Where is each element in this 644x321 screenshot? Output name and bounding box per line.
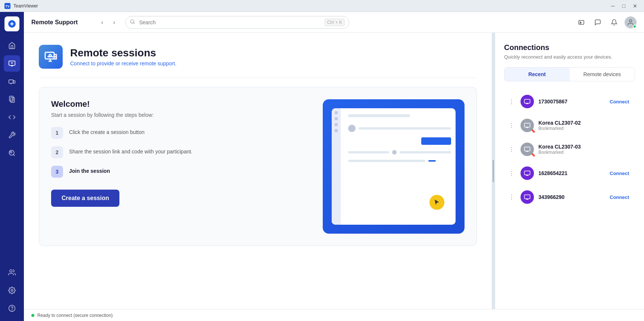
- illus-sidebar: [332, 108, 341, 225]
- step-2-number: 2: [51, 146, 63, 158]
- sidebar-item-devices[interactable]: [4, 73, 20, 90]
- svg-rect-6: [13, 81, 15, 83]
- steps-list: 1 Click the create a session button 2 Sh…: [51, 127, 308, 178]
- illus-line-3: [400, 151, 451, 153]
- connection-item-4[interactable]: ⋮ 1628654221 Connect: [504, 162, 635, 184]
- sidebar-item-people[interactable]: [4, 264, 20, 281]
- connection-icon-1: [520, 95, 534, 108]
- subtitle-link[interactable]: remote support: [140, 60, 175, 66]
- maximize-button[interactable]: □: [620, 2, 628, 10]
- nav-buttons: ‹ ›: [97, 17, 119, 28]
- connections-subtitle: Quickly reconnect and easily access your…: [504, 54, 635, 60]
- monitor-icon-3: [524, 146, 531, 153]
- connect-button-1[interactable]: Connect: [607, 97, 632, 106]
- svg-rect-26: [525, 147, 530, 151]
- svg-rect-24: [525, 99, 530, 103]
- illus-row-1: [348, 125, 451, 132]
- page-header-text: Remote sessions Connect to provide or re…: [70, 47, 176, 66]
- screenrecord-button[interactable]: [575, 16, 587, 28]
- illus-content: [344, 108, 456, 173]
- connection-info-3: Korea CL2307-03 Bookmarked: [538, 144, 632, 155]
- connection-menu-icon-1[interactable]: ⋮: [507, 97, 516, 107]
- sidebar-item-tools[interactable]: [4, 127, 20, 143]
- connection-item-1[interactable]: ⋮ 1730075867 Connect: [504, 90, 635, 113]
- welcome-left: Welcome! Start a session by following th…: [51, 99, 308, 207]
- connection-sub-2: Bookmarked: [538, 126, 632, 131]
- step-1: 1 Click the create a session button: [51, 127, 308, 139]
- sidebar-logo[interactable]: [4, 16, 19, 31]
- page-title: Remote Support: [31, 19, 91, 26]
- remote-sessions-icon: [44, 50, 57, 63]
- svg-rect-25: [525, 123, 530, 127]
- welcome-heading: Welcome!: [51, 99, 308, 109]
- connection-info-1: 1730075867: [538, 99, 602, 105]
- people-icon: [8, 269, 16, 276]
- left-panel: Remote sessions Connect to provide or re…: [24, 33, 492, 309]
- titlebar-left: TV TeamViewer: [4, 3, 38, 9]
- svg-point-18: [131, 20, 134, 23]
- titlebar-controls: ─ □ ✕: [609, 2, 640, 10]
- cursor-icon: [433, 199, 441, 206]
- status-dot: [31, 314, 34, 317]
- connection-menu-icon-5[interactable]: ⋮: [507, 192, 516, 202]
- tab-remote-devices[interactable]: Remote devices: [570, 68, 635, 81]
- connection-menu-icon-2[interactable]: ⋮: [507, 121, 516, 131]
- monitor-icon-1: [524, 98, 531, 105]
- search-people-icon: [8, 149, 16, 157]
- svg-text:TV: TV: [5, 4, 10, 8]
- content-area: Remote Support ‹ › Ctrl + K: [24, 12, 644, 321]
- sidebar-item-search-people[interactable]: [4, 145, 20, 161]
- connection-sub-3: Bookmarked: [538, 150, 632, 155]
- connection-icon-5: [520, 190, 534, 204]
- connection-menu-icon-3[interactable]: ⋮: [507, 144, 516, 155]
- svg-point-3: [10, 22, 13, 25]
- code-icon: [8, 113, 16, 121]
- create-session-button[interactable]: Create a session: [51, 190, 119, 207]
- remote-support-icon: [8, 60, 16, 67]
- close-button[interactable]: ✕: [631, 2, 640, 10]
- scroll-handle[interactable]: [493, 160, 494, 182]
- tv-logo-icon: [7, 19, 16, 28]
- step-2-text: Share the session link and code with you…: [69, 146, 193, 155]
- connect-button-4[interactable]: Connect: [607, 169, 632, 178]
- user-avatar-wrap[interactable]: [625, 16, 637, 28]
- illus-line-2: [348, 151, 389, 153]
- topbar-right: [575, 16, 637, 28]
- search-input[interactable]: [125, 16, 349, 29]
- subtitle-end: .: [175, 60, 176, 66]
- sidebar-item-home[interactable]: [4, 37, 20, 54]
- back-button[interactable]: ‹: [97, 17, 107, 28]
- connection-name-4: 1628654221: [538, 170, 602, 176]
- illus-mini-btn: [428, 160, 436, 162]
- tab-recent[interactable]: Recent: [504, 68, 570, 81]
- chat-button[interactable]: [592, 16, 604, 28]
- illus-line-1: [359, 127, 451, 130]
- step-3-number: 3: [51, 166, 63, 178]
- welcome-card: Welcome! Start a session by following th…: [39, 87, 477, 246]
- connection-item-5[interactable]: ⋮ 343966290 Connect: [504, 186, 635, 208]
- connection-icon-2: [520, 119, 534, 132]
- svg-rect-28: [525, 195, 530, 199]
- connect-button-5[interactable]: Connect: [607, 193, 632, 202]
- forward-button[interactable]: ›: [109, 17, 119, 28]
- notifications-button[interactable]: [608, 16, 620, 28]
- sidebar-item-files[interactable]: [4, 91, 20, 107]
- connections-title: Connections: [504, 43, 635, 52]
- help-icon: [8, 305, 16, 312]
- search-shortcut: Ctrl + K: [325, 19, 345, 26]
- illus-inner: [332, 108, 456, 225]
- connection-item-3[interactable]: ⋮ Korea CL2307-03 Bookmarked: [504, 138, 635, 160]
- sidebar-item-remote-support[interactable]: [4, 55, 20, 72]
- illustration: [323, 99, 465, 234]
- step-1-number: 1: [51, 127, 63, 139]
- connection-item-2[interactable]: ⋮ Korea CL2307-02 Bookmarked: [504, 114, 635, 137]
- minimize-button[interactable]: ─: [609, 2, 617, 10]
- sidebar-item-code[interactable]: [4, 109, 20, 125]
- connection-info-2: Korea CL2307-02 Bookmarked: [538, 120, 632, 131]
- sidebar-item-settings[interactable]: [4, 282, 20, 299]
- connection-menu-icon-4[interactable]: ⋮: [507, 168, 516, 178]
- illus-action-btn: [421, 137, 451, 145]
- svg-line-19: [134, 23, 135, 24]
- sidebar-item-help[interactable]: [4, 300, 20, 317]
- step-3-text: Join the session: [69, 166, 110, 174]
